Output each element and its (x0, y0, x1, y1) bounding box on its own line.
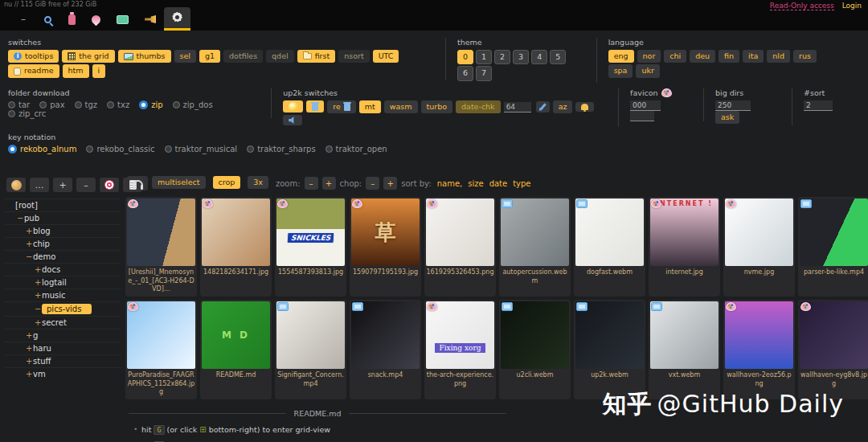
file-tile[interactable]: nvme.jpg (723, 197, 795, 297)
tree-btn-item[interactable]: – (76, 178, 96, 192)
sort-link-size[interactable]: size (468, 179, 483, 188)
gridtool-multiselect[interactable]: multiselect (152, 176, 206, 189)
switch-dotfiles[interactable]: dotfiles (223, 50, 263, 63)
file-tile[interactable]: parser-be-like.mp4 (798, 197, 868, 297)
file-tile[interactable]: [Ureshii]_Mnemosyne_-_01_[AC3-H264-DVD]… (125, 197, 197, 297)
tree-logo-icon[interactable] (6, 178, 26, 192)
big-dirs-input[interactable] (715, 100, 751, 111)
tree-item-demo[interactable]: −demo (5, 250, 121, 263)
op-tab-bup[interactable] (108, 10, 137, 31)
delete-ok-toggle[interactable] (306, 100, 324, 113)
potato-toggle[interactable] (283, 100, 303, 113)
file-tile[interactable]: PuroParadise_FAAGRAPHICS_1152x864.jpg (125, 300, 197, 399)
tree-item-music[interactable]: +music (5, 289, 121, 301)
switch-qdel[interactable]: qdel (266, 50, 294, 63)
op-tab-up2k[interactable] (84, 10, 108, 31)
file-tile[interactable]: dogfast.webm (574, 197, 645, 297)
notify-toggle[interactable] (575, 102, 594, 112)
op-tab-audio[interactable] (137, 10, 164, 31)
sort-count-input[interactable] (804, 100, 833, 111)
lang-eng[interactable]: eng (608, 50, 634, 63)
file-tile[interactable]: wallhaven-2eoz56.png (723, 300, 795, 399)
file-tile[interactable]: INTERNET !internet.jpg (649, 197, 720, 297)
theme-3[interactable]: 3 (513, 50, 529, 64)
key-traktor-musical[interactable]: traktor_musical (165, 145, 238, 153)
theme-2[interactable]: 2 (494, 50, 510, 64)
op-tab-settings-gear[interactable] (164, 7, 190, 31)
file-tile[interactable]: u2cli.webm (499, 300, 571, 399)
switch-g1[interactable]: g1 (199, 50, 220, 63)
file-tile[interactable]: up2k.webm (574, 300, 645, 399)
ask-button[interactable]: ask (715, 111, 739, 124)
switch-sel[interactable]: sel (174, 50, 196, 63)
edit-toggle[interactable] (536, 101, 550, 113)
zoom-out-button[interactable]: – (305, 177, 318, 190)
favicon-input-2[interactable] (630, 111, 654, 121)
fdl-txz[interactable]: txz (107, 100, 129, 109)
theme-1[interactable]: 1 (476, 50, 492, 64)
tree-item-blog[interactable]: +blog (5, 224, 121, 237)
zoom-in-button[interactable]: + (322, 177, 336, 190)
lang-spa[interactable]: spa (608, 64, 633, 77)
tree-btn-item[interactable]: + (53, 178, 72, 192)
file-tile[interactable]: 草1590797195193.jpg (350, 197, 421, 297)
switch-htm[interactable]: htm (63, 64, 89, 77)
lang-nld[interactable]: nld (767, 50, 790, 63)
theme-5[interactable]: 5 (550, 50, 566, 64)
sort-link-type[interactable]: type (513, 179, 530, 188)
sort-link-date[interactable]: date (489, 179, 508, 188)
lang-nor[interactable]: nor (637, 50, 661, 63)
sort-link-name[interactable]: name, (437, 179, 463, 188)
switch-readme[interactable]: readme (8, 64, 59, 77)
key-traktor-sharps[interactable]: traktor_sharps (247, 145, 315, 153)
file-tile[interactable]: autopercussion.webm (499, 197, 571, 297)
re-delete-toggle[interactable]: re (327, 100, 356, 113)
up2k-turbo[interactable]: turbo (421, 100, 453, 113)
fdl-pax[interactable]: pax (39, 100, 64, 109)
op-tab-minimize[interactable] (11, 10, 35, 31)
file-tile[interactable]: SNICKLES1554587393813.jpg (275, 197, 346, 297)
key-traktor-open[interactable]: traktor_open (326, 145, 387, 153)
lang-ita[interactable]: ita (743, 50, 764, 63)
sound-toggle[interactable] (283, 115, 302, 125)
tree-item-pics-vids[interactable]: −pics-vids (5, 301, 121, 316)
chop-plus-button[interactable]: + (383, 177, 397, 190)
fdl-tgz[interactable]: tgz (75, 100, 98, 109)
switch-the-grid[interactable]: the grid (62, 50, 114, 63)
chunk-size-input[interactable] (504, 102, 531, 113)
tree-btn-item[interactable]: … (30, 178, 49, 192)
switch-tooltips[interactable]: tooltips (8, 50, 59, 63)
tree-item-pub[interactable]: −pub (5, 211, 121, 224)
switch-i[interactable]: i (92, 64, 106, 77)
up2k-date-chk[interactable]: date-chk (456, 100, 501, 113)
file-tile[interactable]: 1619295326453.png (424, 197, 496, 297)
theme-7[interactable]: 7 (476, 66, 492, 80)
tree-item-haru[interactable]: +haru (5, 342, 121, 354)
up2k-mt[interactable]: mt (359, 100, 381, 113)
tree-target-icon[interactable] (100, 178, 119, 192)
tree-item-secret[interactable]: +secret (5, 316, 121, 329)
switch-utc[interactable]: UTC (373, 50, 399, 63)
file-tile[interactable]: Signifigant_Concern.mp4 (275, 300, 346, 399)
tree-item-root[interactable]: [root] (5, 198, 121, 211)
file-tile[interactable]: 1482182634171.jpg (200, 197, 272, 297)
theme-4[interactable]: 4 (531, 50, 547, 64)
gridtool-3x[interactable]: 3x (248, 176, 268, 189)
key-rekobo-classic[interactable]: rekobo_classic (86, 145, 154, 153)
theme-0[interactable]: 0 (457, 50, 473, 64)
up2k-az[interactable]: az (553, 100, 573, 113)
file-tile[interactable]: snack.mp4 (350, 300, 421, 399)
fdl-zip-dos[interactable]: zip_dos (173, 100, 213, 109)
tree-item-vm[interactable]: +vm (5, 367, 121, 380)
gridtool-crop[interactable]: crop (213, 176, 241, 189)
op-tab-unpost[interactable] (59, 10, 84, 31)
tree-item-g[interactable]: +g (5, 329, 121, 342)
tree-item-chip[interactable]: +chip (5, 237, 121, 250)
tree-item-stuff[interactable]: +stuff (5, 354, 121, 367)
chop-minus-button[interactable]: – (366, 177, 379, 190)
file-tile[interactable]: Fixing xorgthe-arch-experience.png (424, 300, 496, 399)
tree-item-docs[interactable]: +docs (5, 263, 121, 276)
fdl-tar[interactable]: tar (8, 100, 30, 109)
switch-first[interactable]: first (297, 50, 336, 63)
lang-ukr[interactable]: ukr (636, 64, 659, 77)
